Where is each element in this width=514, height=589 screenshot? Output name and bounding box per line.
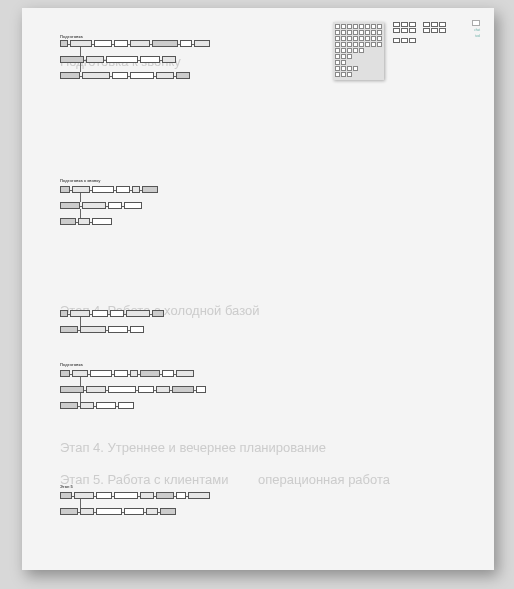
chat-label[interactable]: chat	[474, 28, 480, 32]
palette-shape[interactable]	[347, 72, 352, 77]
flow-block[interactable]	[72, 370, 88, 377]
palette-shape[interactable]	[371, 30, 376, 35]
tool-icon[interactable]	[472, 20, 480, 26]
flow-block[interactable]	[72, 186, 90, 193]
flow-block[interactable]	[92, 186, 114, 193]
flow-block[interactable]	[96, 492, 112, 499]
flow-block[interactable]	[142, 186, 158, 193]
palette-shape[interactable]	[365, 42, 370, 47]
shape-cell[interactable]	[409, 22, 416, 27]
palette-shape[interactable]	[341, 54, 346, 59]
flow-block[interactable]	[110, 310, 124, 317]
flow-block[interactable]	[176, 72, 190, 79]
flow-block[interactable]	[114, 370, 128, 377]
flow-block[interactable]	[146, 508, 158, 515]
flow-block[interactable]	[60, 218, 76, 225]
flow-block[interactable]	[78, 218, 90, 225]
shape-cell[interactable]	[423, 22, 430, 27]
palette-shape[interactable]	[377, 24, 382, 29]
palette-shape[interactable]	[359, 30, 364, 35]
palette-shape[interactable]	[341, 66, 346, 71]
flow-block[interactable]	[140, 56, 160, 63]
flow-block[interactable]	[114, 40, 128, 47]
flow-block[interactable]	[60, 40, 68, 47]
palette-shape[interactable]	[377, 30, 382, 35]
shape-palette-popup[interactable]	[333, 22, 384, 80]
flow-block[interactable]	[152, 40, 178, 47]
shape-cell[interactable]	[409, 28, 416, 33]
flow-block[interactable]	[82, 72, 110, 79]
flow-block[interactable]	[60, 402, 78, 409]
shape-cell[interactable]	[431, 28, 438, 33]
flow-block[interactable]	[70, 40, 92, 47]
palette-shape[interactable]	[359, 24, 364, 29]
palette-shape[interactable]	[335, 54, 340, 59]
flow-block[interactable]	[138, 386, 154, 393]
flow-block[interactable]	[114, 492, 138, 499]
flow-block[interactable]	[152, 310, 164, 317]
palette-shape[interactable]	[365, 36, 370, 41]
flow-block[interactable]	[176, 370, 194, 377]
flow-block[interactable]	[92, 218, 112, 225]
flow-block[interactable]	[180, 40, 192, 47]
palette-shape[interactable]	[335, 60, 340, 65]
palette-shape[interactable]	[353, 30, 358, 35]
flow-block[interactable]	[80, 402, 94, 409]
palette-shape[interactable]	[335, 24, 340, 29]
palette-shape[interactable]	[341, 48, 346, 53]
flow-block[interactable]	[130, 72, 154, 79]
flow-block[interactable]	[188, 492, 210, 499]
palette-shape[interactable]	[335, 36, 340, 41]
palette-shape[interactable]	[353, 66, 358, 71]
shape-cell[interactable]	[393, 22, 400, 27]
palette-shape[interactable]	[347, 66, 352, 71]
palette-shape[interactable]	[347, 30, 352, 35]
palette-shape[interactable]	[377, 36, 382, 41]
flow-block[interactable]	[96, 508, 122, 515]
flow-block[interactable]	[80, 326, 106, 333]
palette-shape[interactable]	[347, 24, 352, 29]
flow-block[interactable]	[70, 310, 90, 317]
flow-block[interactable]	[92, 310, 108, 317]
shape-cell[interactable]	[409, 38, 416, 43]
flow-block[interactable]	[60, 370, 70, 377]
flow-block[interactable]	[112, 72, 128, 79]
palette-shape[interactable]	[341, 42, 346, 47]
flow-block[interactable]	[130, 326, 144, 333]
flow-block[interactable]	[60, 492, 72, 499]
palette-shape[interactable]	[353, 42, 358, 47]
flow-block[interactable]	[108, 326, 128, 333]
palette-shape[interactable]	[353, 36, 358, 41]
flow-block[interactable]	[196, 386, 206, 393]
flow-block[interactable]	[132, 186, 140, 193]
shape-cell[interactable]	[423, 28, 430, 33]
flow-block[interactable]	[156, 72, 174, 79]
flow-block[interactable]	[194, 40, 210, 47]
flow-block[interactable]	[60, 202, 80, 209]
shape-cell[interactable]	[401, 22, 408, 27]
palette-shape[interactable]	[359, 48, 364, 53]
flow-block[interactable]	[74, 492, 94, 499]
flow-block[interactable]	[118, 402, 134, 409]
palette-shape[interactable]	[335, 30, 340, 35]
palette-shape[interactable]	[347, 48, 352, 53]
flow-block[interactable]	[60, 326, 78, 333]
palette-shape[interactable]	[341, 30, 346, 35]
shape-cell[interactable]	[393, 38, 400, 43]
flow-block[interactable]	[160, 508, 176, 515]
palette-shape[interactable]	[347, 36, 352, 41]
flow-block[interactable]	[60, 72, 80, 79]
flow-block[interactable]	[60, 310, 68, 317]
flow-block[interactable]	[90, 370, 112, 377]
flow-block[interactable]	[86, 56, 104, 63]
palette-shape[interactable]	[335, 66, 340, 71]
flow-block[interactable]	[108, 386, 136, 393]
flow-block[interactable]	[124, 202, 142, 209]
palette-shape[interactable]	[365, 30, 370, 35]
palette-shape[interactable]	[347, 54, 352, 59]
flow-block[interactable]	[86, 386, 106, 393]
palette-shape[interactable]	[371, 36, 376, 41]
shape-cell[interactable]	[393, 28, 400, 33]
palette-shape[interactable]	[353, 48, 358, 53]
palette-shape[interactable]	[359, 42, 364, 47]
